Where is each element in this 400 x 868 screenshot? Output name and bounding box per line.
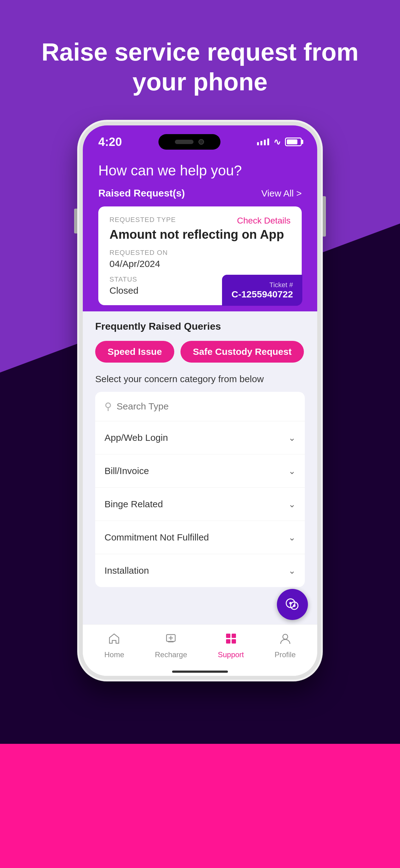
category-container: ⚲ App/Web Login ⌄ Bill/Invoice ⌄ Binge R…: [95, 392, 305, 587]
nav-item-home[interactable]: Home: [104, 632, 124, 659]
support-icon: [225, 632, 237, 648]
help-title: How can we help you?: [98, 162, 302, 179]
profile-icon: [279, 632, 292, 648]
query-chips: Speed Issue Safe Custody Request: [95, 341, 305, 363]
category-name: Binge Related: [104, 499, 163, 509]
svg-rect-10: [226, 639, 230, 644]
dynamic-island: [159, 134, 221, 150]
svg-rect-9: [232, 633, 236, 638]
chevron-down-icon: ⌄: [288, 433, 296, 443]
category-item-bill-invoice[interactable]: Bill/Invoice ⌄: [95, 455, 305, 488]
home-indicator: [83, 672, 317, 676]
svg-rect-11: [232, 639, 236, 644]
ticket-badge: Ticket # C-1255940722: [222, 275, 302, 306]
chevron-down-icon: ⌄: [288, 499, 296, 509]
dynamic-island-pill: [175, 140, 194, 144]
chip-speed-issue[interactable]: Speed Issue: [95, 341, 174, 363]
signal-icon: [257, 138, 269, 145]
status-icons: ∿: [257, 137, 302, 147]
nav-label-profile: Profile: [274, 650, 296, 659]
select-concern-label: Select your concern category from below: [95, 374, 305, 384]
dynamic-island-dot: [198, 139, 204, 145]
status-time: 4:20: [98, 135, 122, 149]
category-name: Commitment Not Fulfilled: [104, 532, 209, 542]
nav-label-support: Support: [218, 650, 244, 659]
side-button-left: [74, 209, 79, 234]
phone-frame: 4:20 ∿ How can we help you?: [79, 122, 321, 680]
fab-spacer: [95, 587, 305, 624]
chip-safe-custody[interactable]: Safe Custody Request: [180, 341, 304, 363]
bottom-nav: Home Recharge: [83, 624, 317, 672]
svg-point-2: [289, 602, 292, 604]
chevron-down-icon: ⌄: [288, 466, 296, 476]
category-item-app-web-login[interactable]: App/Web Login ⌄: [95, 421, 305, 455]
chevron-down-icon: ⌄: [288, 532, 296, 542]
category-name: App/Web Login: [104, 432, 168, 443]
frequently-raised-title: Frequently Raised Queries: [95, 321, 305, 332]
check-details-button[interactable]: Check Details: [237, 216, 291, 226]
view-all-link[interactable]: View All >: [261, 188, 302, 199]
nav-item-profile[interactable]: Profile: [274, 632, 296, 659]
nav-label-home: Home: [104, 650, 124, 659]
battery-icon: [285, 137, 302, 146]
category-item-installation[interactable]: Installation ⌄: [95, 554, 305, 587]
requests-header: Raised Request(s) View All >: [98, 187, 302, 199]
svg-rect-5: [168, 641, 174, 642]
search-icon: ⚲: [104, 400, 112, 412]
nav-item-support[interactable]: Support: [218, 632, 244, 659]
svg-rect-8: [226, 633, 230, 638]
svg-point-12: [283, 634, 288, 639]
ticket-label: Ticket #: [231, 281, 293, 289]
side-button-right: [321, 196, 326, 237]
chevron-down-icon: ⌄: [288, 566, 296, 576]
wifi-icon: ∿: [273, 137, 280, 147]
category-name: Installation: [104, 565, 149, 576]
recharge-icon: [164, 632, 177, 648]
request-title: Amount not reflecting on App: [109, 226, 291, 243]
phone-header-section: How can we help you? Raised Request(s) V…: [83, 153, 317, 311]
ticket-number: C-1255940722: [231, 289, 293, 300]
status-bar: 4:20 ∿: [83, 125, 317, 153]
phone-wrapper: 4:20 ∿ How can we help you?: [79, 122, 321, 774]
lower-section: Frequently Raised Queries Speed Issue Sa…: [83, 311, 317, 624]
raised-requests-label: Raised Request(s): [98, 187, 185, 199]
nav-item-recharge[interactable]: Recharge: [155, 632, 187, 659]
category-item-binge-related[interactable]: Binge Related ⌄: [95, 488, 305, 521]
nav-label-recharge: Recharge: [155, 650, 187, 659]
hero-title: Raise service request from your phone: [0, 37, 400, 97]
svg-point-3: [293, 604, 296, 607]
search-row[interactable]: ⚲: [95, 392, 305, 421]
requested-on-value: 04/Apr/2024: [109, 258, 291, 269]
category-item-commitment-not-fulfilled[interactable]: Commitment Not Fulfilled ⌄: [95, 521, 305, 554]
search-input[interactable]: [116, 401, 296, 412]
request-card: REQUESTED TYPE Check Details Amount not …: [98, 207, 302, 305]
home-icon: [108, 632, 121, 648]
requested-on-label: REQUESTED ON: [109, 249, 291, 257]
chat-icon: [284, 596, 300, 613]
chat-fab-button[interactable]: [277, 589, 308, 620]
category-name: Bill/Invoice: [104, 466, 149, 476]
